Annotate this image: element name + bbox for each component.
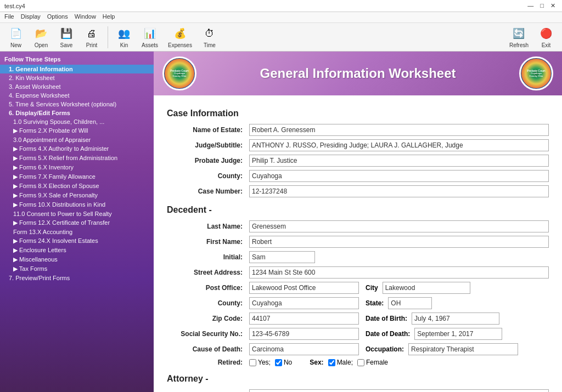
sex-male-label[interactable]: Male; [328,359,353,366]
menu-help[interactable]: Help [103,13,115,21]
retired-yes-label[interactable]: Yes; [249,359,271,366]
sex-female-label[interactable]: Female [357,359,388,366]
sidebar-item-election-spouse[interactable]: ▶ Forms 8.X Election of Spouse [0,181,154,191]
post-office-input[interactable] [249,282,359,294]
dod-input[interactable] [414,328,502,340]
sidebar-item-display-edit[interactable]: 6. Display/Edit Forms [0,109,154,117]
minimize-button[interactable]: — [525,2,536,9]
county-input[interactable] [249,170,549,182]
probate-judge-input[interactable] [249,155,549,167]
sidebar-item-kin[interactable]: 2. Kin Worksheet [0,73,154,82]
city-input[interactable] [383,282,470,294]
sex-male-checkbox[interactable] [328,359,335,366]
dob-input[interactable] [412,313,499,325]
assets-icon: 📊 [142,26,158,41]
street-address-input[interactable] [249,266,549,279]
cause-input[interactable] [249,343,359,355]
sidebar-item-time[interactable]: 5. Time & Services Worksheet (optional) [0,100,154,109]
close-button[interactable]: ✕ [548,2,558,9]
sidebar-header: Follow These Steps [0,54,154,65]
sidebar-item-probate-will[interactable]: ▶ Forms 2.X Probate of Will [0,126,154,135]
state-input[interactable] [388,297,432,309]
sex-checkbox-group: Male; Female [328,359,388,366]
kin-label: Kin [120,42,128,48]
judge-subtitle-input[interactable] [249,139,549,151]
zip-label: Zip Code: [167,315,249,322]
sidebar-item-general-info[interactable]: 1. General Information [0,65,154,73]
first-name-row: First Name: [167,236,549,248]
attorney-name-input[interactable] [249,389,549,392]
sidebar-item-tax[interactable]: ▶ Tax Forms [0,264,154,274]
print-button[interactable]: 🖨 Print [80,24,103,50]
name-of-estate-row: Name of Estate: [167,124,549,136]
toolbar: 📄 New 📂 Open 💾 Save 🖨 Print 👥 Kin 📊 Asse… [0,23,562,52]
refresh-button[interactable]: 🔄 Refresh [505,24,532,50]
sidebar-item-allowance[interactable]: ▶ Forms 7.X Family Allowance [0,172,154,181]
sidebar-item-misc[interactable]: ▶ Miscellaneous [0,255,154,264]
sidebar-item-insolvent[interactable]: ▶ Forms 24.X Insolvent Estates [0,236,154,246]
sidebar-item-consent[interactable]: 11.0 Consent to Power to Sell Realty [0,209,154,218]
name-of-estate-input[interactable] [249,124,549,136]
window-controls[interactable]: — □ ✕ [525,2,558,9]
city-col: City [366,282,470,294]
sidebar-item-expense[interactable]: 4. Expense Worksheet [0,91,154,100]
ssn-dod-row: Social Security No.: Date of Death: [167,328,549,340]
county2-input[interactable] [249,297,359,309]
menu-file[interactable]: File [4,13,14,21]
new-label: New [10,42,21,48]
expenses-icon: 💰 [172,26,188,41]
post-office-label: Post Office: [167,284,249,292]
menu-options[interactable]: Options [47,13,68,21]
last-name-input[interactable] [249,220,549,232]
expenses-label: Expenses [168,42,192,48]
decedent-section-heading: Decedent - [167,205,549,215]
logo-circle-left: Probate Court CuyahogaCounty, Ohio [162,56,196,90]
print-icon: 🖨 [84,26,99,41]
sidebar-item-asset[interactable]: 3. Asset Worksheet [0,82,154,91]
dob-col: Date of Birth: [366,313,499,325]
sidebar-item-preview-print[interactable]: 7. Preview/Print Forms [0,274,154,282]
content-header: Probate Court CuyahogaCounty, Ohio Gener… [154,52,562,95]
sidebar-item-sale-personalty[interactable]: ▶ Forms 9.X Sale of Personalty [0,191,154,200]
sidebar-item-authority[interactable]: ▶ Forms 4.X Authority to Administer [0,144,154,154]
occupation-input[interactable] [408,343,518,355]
refresh-label: Refresh [509,42,529,48]
sidebar-item-enclosure[interactable]: ▶ Enclosure Letters [0,246,154,255]
first-name-input[interactable] [249,236,549,248]
dod-label: Date of Death: [366,330,414,338]
menu-display[interactable]: Display [21,13,41,21]
retired-sex-row: Retired: Yes; No Sex: Male; [167,359,549,366]
ssn-input[interactable] [249,328,359,340]
sidebar-item-inventory[interactable]: ▶ Forms 6.X Inventory [0,163,154,172]
retired-no-label[interactable]: No [275,359,292,366]
maximize-button[interactable]: □ [538,2,546,9]
new-button[interactable]: 📄 New [4,24,27,50]
sidebar-item-surviving-spouse[interactable]: 1.0 Surviving Spouse, Children, ... [0,117,154,126]
save-button[interactable]: 💾 Save [55,24,78,50]
save-label: Save [60,42,73,48]
sidebar-item-distributions[interactable]: ▶ Forms 10.X Distributions in Kind [0,200,154,209]
sidebar-item-relief[interactable]: ▶ Forms 5.X Relief from Administration [0,154,154,163]
kin-button[interactable]: 👥 Kin [113,24,136,50]
zip-input[interactable] [249,313,359,325]
case-number-input[interactable] [249,185,549,197]
logo-text-left-bottom: CuyahogaCounty, Ohio [173,72,187,78]
expenses-button[interactable]: 💰 Expenses [164,24,196,50]
retired-checkbox-group: Yes; No [249,359,292,366]
sidebar-item-certificate[interactable]: ▶ Forms 12.X Certificate of Transfer [0,218,154,228]
sidebar-item-appraiser[interactable]: 3.0 Appointment of Appraiser [0,135,154,144]
exit-button[interactable]: 🔴 Exit [535,24,558,50]
sex-female-checkbox[interactable] [357,359,364,366]
initial-input[interactable] [249,251,315,263]
sidebar-item-accounting[interactable]: Form 13.X Accounting [0,228,154,236]
open-button[interactable]: 📂 Open [30,24,53,50]
assets-button[interactable]: 📊 Assets [138,24,162,50]
menu-window[interactable]: Window [75,13,96,21]
time-button[interactable]: ⏱ Time [198,24,221,50]
menu-bar: File Display Options Window Help [0,12,562,23]
post-office-city-row: Post Office: City [167,282,549,294]
retired-no-checkbox[interactable] [275,359,282,366]
retired-yes-checkbox[interactable] [249,359,256,366]
time-label: Time [204,42,216,48]
occupation-label: Occupation: [366,345,408,353]
